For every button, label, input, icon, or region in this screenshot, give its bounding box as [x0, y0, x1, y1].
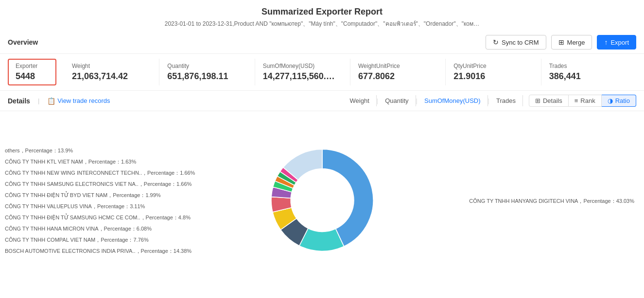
overview-label: Overview — [8, 38, 38, 46]
stat-label-weight: Weight — [72, 63, 151, 69]
view-trade-records-link[interactable]: 📋 View trade records — [47, 97, 110, 105]
report-title: Summarized Exporter Report — [0, 7, 644, 17]
stat-value-qtyunitprice: 21.9016 — [453, 71, 533, 82]
stat-label-sumofmoney: SumOfMoney(USD) — [263, 63, 342, 69]
view-ratio-button[interactable]: ◑ Ratio — [602, 95, 636, 107]
label-samsung-hcmc: CÔNG TY TNHH ĐIỆN TỬ SAMSUNG HCMC CE COM… — [5, 214, 195, 221]
label-valueplus: CÔNG TY TNHH VALUEPLUS VINA，Percentage：3… — [5, 203, 195, 210]
stat-label-quantity: Quantity — [167, 63, 246, 69]
view-rank-button[interactable]: ≡ Rank — [569, 95, 602, 107]
label-compal: CÔNG TY TNHH COMPAL VIET NAM，Percentage：… — [5, 236, 195, 244]
stat-sumofmoney: SumOfMoney(USD) 14,277,115,560.… — [255, 59, 350, 85]
stat-label-trades: Trades — [549, 63, 628, 69]
stat-label-exporter: Exporter — [16, 63, 49, 69]
filter-quantity[interactable]: Quantity — [378, 95, 416, 106]
filter-trades[interactable]: Trades — [489, 95, 523, 106]
stat-value-sumofmoney: 14,277,115,560.… — [263, 71, 342, 82]
labels-right: CÔNG TY TNHH HANYANG DIGITECH VINA，Perce… — [469, 198, 634, 205]
stat-value-weightunitprice: 677.8062 — [358, 71, 437, 82]
label-others: others，Percentage：13.9% — [5, 147, 195, 154]
label-ktl: CÔNG TY TNHH KTL VIET NAM，Percentage：1.6… — [5, 158, 195, 166]
labels-left: others，Percentage：13.9% CÔNG TY TNHH KTL… — [5, 121, 195, 281]
stat-quantity: Quantity 651,876,198.11 — [159, 59, 255, 85]
chart-area: others，Percentage：13.9% CÔNG TY TNHH KTL… — [0, 111, 644, 291]
stat-trades: Trades 386,441 — [541, 59, 636, 85]
stat-label-qtyunitprice: QtyUnitPrice — [453, 63, 533, 69]
export-icon: ↑ — [604, 38, 608, 46]
donut-svg — [254, 132, 390, 268]
stat-qtyunitprice: QtyUnitPrice 21.9016 — [446, 59, 541, 85]
stat-weight: Weight 21,063,714.42 — [64, 59, 159, 85]
view-details-button[interactable]: ⊞ Details — [529, 95, 569, 107]
donut-chart — [254, 132, 390, 270]
sync-crm-button[interactable]: ↻ Sync to CRM — [486, 35, 546, 50]
filter-weight[interactable]: Weight — [343, 95, 377, 106]
stat-exporter: Exporter 5448 — [8, 59, 56, 85]
label-byd: CÔNG TY TNHH ĐIỆN TỬ BYD VIET NAM，Percen… — [5, 192, 195, 199]
stat-label-weightunitprice: WeightUnitPrice — [358, 63, 437, 69]
sync-icon: ↻ — [493, 38, 499, 46]
stat-value-trades: 386,441 — [549, 71, 628, 82]
export-button[interactable]: ↑ Export — [597, 35, 636, 50]
view-buttons: ⊞ Details ≡ Rank ◑ Ratio — [529, 95, 636, 107]
details-bar: Details | 📋 View trade records Weight | … — [0, 91, 644, 111]
report-header: Summarized Exporter Report 2023-01-01 to… — [0, 0, 644, 31]
stat-value-quantity: 651,876,198.11 — [167, 71, 246, 82]
merge-icon: ⊞ — [558, 38, 564, 46]
rank-icon: ≡ — [574, 97, 578, 104]
report-subtitle: 2023-01-01 to 2023-12-31,Product AND "ко… — [0, 19, 644, 28]
pie-icon: ◑ — [608, 97, 613, 104]
label-bosch: BOSCH AUTOMOTIVE ELECTRONICS INDIA PRIVA… — [5, 248, 195, 255]
label-hanyang: CÔNG TY TNHH HANYANG DIGITECH VINA，Perce… — [469, 198, 634, 205]
records-icon: 📋 — [47, 97, 55, 105]
merge-button[interactable]: ⊞ Merge — [551, 35, 592, 50]
label-samsung-electronics: CÔNG TY TNHH SAMSUNG ELECTRONICS VIET NA… — [5, 181, 195, 188]
stat-weightunitprice: WeightUnitPrice 677.8062 — [350, 59, 446, 85]
grid-icon: ⊞ — [535, 97, 540, 104]
filter-sumofmoney[interactable]: SumOfMoney(USD) — [418, 95, 488, 106]
details-separator: | — [38, 97, 39, 104]
label-newwing: CÔNG TY TNHH NEW WING INTERCONNECT TECHN… — [5, 169, 195, 177]
stat-value-exporter: 5448 — [16, 71, 49, 82]
details-label: Details — [8, 97, 30, 105]
label-hana-micron: CÔNG TY TNHH HANA MICRON VINA，Percentage… — [5, 225, 195, 232]
details-left: Details | 📋 View trade records — [8, 97, 110, 105]
stat-value-weight: 21,063,714.42 — [72, 71, 151, 82]
toolbar: Overview ↻ Sync to CRM ⊞ Merge ↑ Export — [0, 31, 644, 54]
toolbar-actions: ↻ Sync to CRM ⊞ Merge ↑ Export — [486, 35, 636, 50]
details-right: Weight | Quantity | SumOfMoney(USD) | Tr… — [343, 95, 636, 107]
stats-row: Exporter 5448 Weight 21,063,714.42 Quant… — [0, 54, 644, 91]
